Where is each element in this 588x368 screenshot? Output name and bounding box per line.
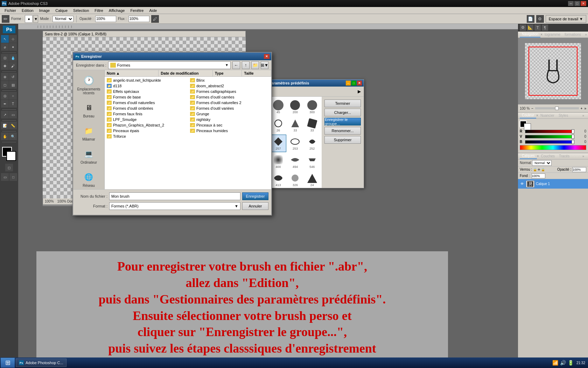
file-item-r4[interactable]: 📁 Formes d'outil carrées bbox=[188, 94, 271, 100]
opacity-value-input[interactable] bbox=[572, 167, 586, 172]
clone-tool[interactable]: ⊕ bbox=[1, 73, 9, 81]
green-thumb[interactable] bbox=[572, 135, 574, 139]
nav-panel-close[interactable]: » bbox=[583, 32, 588, 37]
file-item-r10[interactable]: 📁 Pinceaux humides bbox=[188, 128, 271, 134]
blur-tool[interactable]: ◎ bbox=[1, 92, 9, 100]
file-item-7[interactable]: 📁 Formes faux finis bbox=[105, 111, 188, 117]
styles-tab[interactable]: Styles bbox=[556, 113, 570, 118]
calques-mode-select[interactable]: Normal bbox=[532, 160, 552, 166]
zoom-increase-icon[interactable]: + bbox=[581, 107, 583, 110]
brush-item-5[interactable]: 300 bbox=[304, 98, 320, 116]
menu-fichier[interactable]: Fichier bbox=[2, 8, 19, 13]
notes-tool[interactable]: 📝 bbox=[1, 122, 9, 129]
brush-panel-minimize[interactable]: ─ bbox=[346, 81, 351, 86]
file-item-11[interactable]: 📁 Triforce bbox=[105, 134, 188, 139]
format-dropdown[interactable]: Formes (*.ABR) ▼ bbox=[109, 202, 240, 210]
cancel-button[interactable]: Annuler bbox=[242, 202, 268, 210]
calques-tab[interactable]: Calques bbox=[520, 153, 537, 159]
green-slider[interactable] bbox=[525, 135, 574, 138]
brush-item-9[interactable]: 33 bbox=[287, 116, 303, 134]
healing-tool[interactable]: ✚ bbox=[1, 62, 9, 70]
forme-dropdown-arrow[interactable]: ▼ bbox=[33, 15, 38, 23]
save-location-dropdown[interactable]: Formes ▼ bbox=[108, 61, 231, 69]
view-options-button[interactable]: ⊞▼ bbox=[261, 61, 268, 69]
file-item-r6[interactable]: 📁 Formes d'outil variées bbox=[188, 105, 271, 111]
enregistrer-button[interactable]: Enregistrer le groupe... bbox=[324, 118, 361, 125]
dodge-tool[interactable]: ○ bbox=[9, 92, 17, 100]
brush-panel-close[interactable]: ✕ bbox=[357, 81, 362, 86]
brush-item-4[interactable]: 200 bbox=[287, 98, 303, 116]
hand-tool[interactable]: ✋ bbox=[1, 132, 9, 140]
couleur-tab[interactable]: Couleur bbox=[520, 113, 536, 118]
color-panel-close[interactable]: » bbox=[580, 113, 586, 118]
rtb-icon-4[interactable]: ¶ bbox=[542, 25, 548, 31]
brush-item-20[interactable]: 546 bbox=[304, 153, 320, 170]
rtb-icon-1[interactable]: ⚙ bbox=[520, 25, 526, 31]
selection-direct-tool[interactable]: ↗ bbox=[1, 111, 9, 118]
up-button[interactable]: ↑ bbox=[242, 61, 250, 69]
menu-image[interactable]: Image bbox=[36, 8, 53, 13]
col-header-name[interactable]: Nom ▲ bbox=[105, 70, 159, 76]
save-dialog-close[interactable]: ✕ bbox=[264, 54, 270, 59]
file-item-8[interactable]: 📁 LPF_Smudge bbox=[105, 117, 188, 122]
maximize-button[interactable]: □ bbox=[574, 1, 580, 6]
zoom-thumb[interactable] bbox=[555, 107, 559, 110]
brush-item-24[interactable]: 326 bbox=[287, 171, 303, 188]
red-thumb[interactable] bbox=[572, 129, 574, 134]
brush-item-23[interactable]: 413 bbox=[270, 171, 286, 188]
battery-icon[interactable]: 🔋 bbox=[568, 360, 574, 366]
start-button[interactable]: ⊞ bbox=[1, 358, 15, 368]
magic-wand-tool[interactable]: ✦ bbox=[9, 43, 17, 51]
brush-item-25[interactable]: 24 bbox=[304, 171, 320, 188]
sidebar-maamar[interactable]: 📁 Mâamar bbox=[76, 123, 102, 143]
lasso-tool[interactable]: ⌀ bbox=[1, 43, 9, 51]
file-item-4[interactable]: 📁 Formes de base bbox=[105, 94, 188, 100]
sidebar-bureau[interactable]: 🖥 Bureau bbox=[76, 100, 102, 120]
menu-filtre[interactable]: Filtre bbox=[92, 8, 106, 13]
brush-item-15[interactable]: 252 bbox=[304, 135, 320, 152]
background-color[interactable] bbox=[6, 151, 16, 161]
file-item-9[interactable]: 📁 Phazon_Graphics_Abstract_2 bbox=[105, 122, 188, 128]
lock-all-icon[interactable]: 🔒 bbox=[541, 168, 545, 171]
brush-item-3[interactable]: 45 bbox=[270, 98, 286, 116]
menu-calque[interactable]: Calque bbox=[52, 8, 70, 13]
crop-tool[interactable]: ⊡ bbox=[1, 54, 9, 62]
network-icon[interactable]: 📶 bbox=[552, 360, 558, 366]
charger-button[interactable]: Charger... bbox=[324, 109, 361, 116]
zoom-expand-icon[interactable]: » bbox=[584, 107, 586, 110]
file-item-r1[interactable]: 📁 Blinx bbox=[188, 77, 271, 83]
file-item-6[interactable]: 📁 Formes d'outil ombrées bbox=[105, 105, 188, 111]
zoom-decrease-icon[interactable]: − bbox=[531, 107, 533, 110]
new-folder-button[interactable]: 📁 bbox=[251, 61, 259, 69]
menu-edition[interactable]: Edition bbox=[19, 8, 36, 13]
file-item-r8[interactable]: 📁 nightsky bbox=[188, 117, 271, 122]
brush-item-18[interactable]: 400 bbox=[270, 153, 286, 170]
menu-affichage[interactable]: Affichage bbox=[106, 8, 128, 13]
file-item-2[interactable]: 📁 d118 bbox=[105, 83, 188, 89]
pen-tool[interactable]: ✒ bbox=[1, 100, 9, 108]
couches-tab[interactable]: Couches bbox=[539, 154, 557, 159]
text-tool[interactable]: T bbox=[9, 100, 17, 108]
terminer-button[interactable]: Terminer bbox=[324, 100, 361, 107]
col-header-size[interactable]: Taille bbox=[242, 70, 271, 76]
sidebar-ordinateur[interactable]: 💻 Ordinateur bbox=[76, 146, 102, 166]
menu-aide[interactable]: Aide bbox=[146, 8, 160, 13]
calque-1-item[interactable]: 👁 Calque 1 bbox=[518, 179, 588, 189]
rtb-icon-3[interactable]: T bbox=[534, 25, 541, 31]
calques-panel-close[interactable]: » bbox=[580, 154, 586, 159]
brush-item-10[interactable]: 33 bbox=[304, 116, 320, 134]
brush-tool[interactable]: 🖌 bbox=[9, 62, 17, 70]
red-slider[interactable] bbox=[525, 130, 574, 133]
shape-tool[interactable]: ▭ bbox=[9, 111, 17, 118]
zoom-tool[interactable]: 🔍 bbox=[9, 132, 17, 140]
file-item-r7[interactable]: 📁 Grunge bbox=[188, 111, 271, 117]
brush-item-19[interactable]: 494 bbox=[287, 153, 303, 170]
file-item-r2[interactable]: 📁 doom_abstract2 bbox=[188, 83, 271, 89]
eraser-tool[interactable]: ◻ bbox=[1, 81, 9, 89]
renommer-button[interactable]: Renommer... bbox=[324, 127, 361, 135]
sidebar-reseau[interactable]: 🌐 Réseau bbox=[76, 169, 102, 190]
brush-menu-icon[interactable]: ▶ bbox=[358, 89, 361, 94]
file-item-r9[interactable]: 📁 Pinceaux à sec bbox=[188, 122, 271, 128]
col-header-date[interactable]: Date de modification bbox=[159, 70, 212, 76]
menu-selection[interactable]: Sélection bbox=[70, 8, 92, 13]
